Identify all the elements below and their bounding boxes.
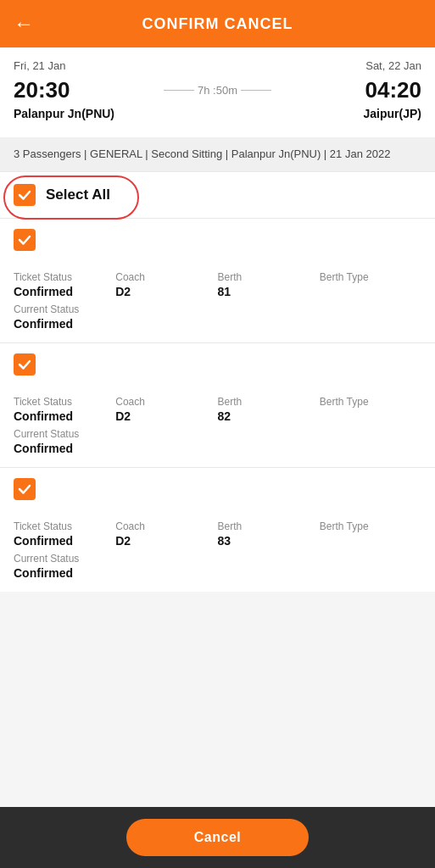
journey-duration: 7h :50m [164, 84, 271, 97]
arrival-time: 04:20 [365, 77, 421, 103]
passenger-1-details: Ticket Status Confirmed Current Status C… [0, 251, 435, 342]
passenger-2-details: Ticket Status Confirmed Current Status C… [0, 376, 435, 467]
passenger-3-details: Ticket Status Confirmed Current Status C… [0, 500, 435, 592]
passenger-1-berth-label: Berth [218, 271, 320, 283]
passenger-3-coach-label: Coach [115, 520, 217, 532]
passenger-3-checkbox-row [0, 468, 435, 500]
duration-text: 7h :50m [198, 84, 237, 97]
passenger-3-current-status-value: Confirmed [14, 566, 115, 580]
passenger-1-ticket-details: Ticket Status Confirmed Current Status C… [14, 271, 421, 331]
passenger-2-ticket-details: Ticket Status Confirmed Current Status C… [14, 396, 421, 455]
journey-info-bar: 3 Passengers | GENERAL | Second Sitting … [0, 137, 435, 171]
arrival-date: Sat, 22 Jan [365, 59, 421, 72]
passenger-1-berth-col: Berth 81 [218, 271, 320, 331]
departure-time: 20:30 [14, 77, 70, 103]
passenger-2-berth-type-col: Berth Type [320, 396, 421, 455]
passenger-2-current-status-label: Current Status [14, 428, 115, 440]
passenger-3-current-status-label: Current Status [14, 553, 115, 565]
passenger-2-coach-col: Coach D2 [115, 396, 217, 455]
passenger-3-berth-label: Berth [218, 520, 320, 532]
passenger-3-berth-type-col: Berth Type [320, 520, 421, 580]
station-to: Jaipur(JP) [364, 107, 421, 120]
passenger-3-berth-value: 83 [218, 534, 320, 548]
passenger-2-current-status-value: Confirmed [14, 442, 115, 455]
journey-section: Fri, 21 Jan Sat, 22 Jan 20:30 7h :50m 04… [0, 47, 435, 137]
journey-times: 20:30 7h :50m 04:20 [14, 77, 421, 103]
passenger-1-berth-value: 81 [218, 285, 320, 298]
passenger-1-ticket-status-value: Confirmed [14, 285, 115, 298]
passenger-1-coach-col: Coach D2 [115, 271, 217, 331]
passenger-2-checkbox-row [0, 343, 435, 376]
passenger-2-coach-label: Coach [115, 396, 217, 408]
select-all-label: Select All [46, 186, 110, 203]
passenger-1-checkbox[interactable] [14, 229, 36, 251]
passenger-2-berth-label: Berth [218, 396, 320, 408]
passenger-2-coach-value: D2 [115, 409, 217, 423]
passenger-3-berth-type-label: Berth Type [320, 520, 421, 532]
app-header: ← CONFIRM CANCEL [0, 0, 435, 47]
passenger-1-berth-type-col: Berth Type [320, 271, 421, 331]
passenger-section-3: Ticket Status Confirmed Current Status C… [0, 468, 435, 592]
passenger-1-current-status-value: Confirmed [14, 317, 115, 331]
passenger-3-checkbox[interactable] [14, 478, 36, 500]
passenger-3-berth-col: Berth 83 [218, 520, 320, 580]
passenger-1-current-status-label: Current Status [14, 303, 115, 315]
passenger-3-coach-col: Coach D2 [115, 520, 217, 580]
journey-stations: Palanpur Jn(PNU) Jaipur(JP) [14, 107, 421, 120]
bottom-bar: Cancel [0, 807, 435, 868]
passenger-3-coach-value: D2 [115, 534, 217, 548]
back-button[interactable]: ← [14, 12, 34, 36]
passenger-2-checkbox[interactable] [14, 353, 36, 376]
station-from: Palanpur Jn(PNU) [14, 107, 114, 120]
passenger-1-status-col: Ticket Status Confirmed Current Status C… [14, 271, 115, 331]
passenger-1-checkbox-row [0, 219, 435, 251]
journey-info-text: 3 Passengers | GENERAL | Second Sitting … [14, 147, 390, 160]
passenger-section-1: Ticket Status Confirmed Current Status C… [0, 219, 435, 342]
passenger-3-status-col: Ticket Status Confirmed Current Status C… [14, 520, 115, 580]
passenger-1-coach-label: Coach [115, 271, 217, 283]
passenger-3-ticket-status-value: Confirmed [14, 534, 115, 548]
passenger-1-berth-type-label: Berth Type [320, 271, 421, 283]
passenger-1-coach-value: D2 [115, 285, 217, 298]
passenger-section-2: Ticket Status Confirmed Current Status C… [0, 343, 435, 467]
cancel-button[interactable]: Cancel [126, 819, 309, 856]
passenger-2-berth-type-label: Berth Type [320, 396, 421, 408]
passenger-2-ticket-status-label: Ticket Status [14, 396, 115, 408]
select-all-checkbox[interactable] [14, 184, 36, 206]
passenger-2-ticket-status-value: Confirmed [14, 409, 115, 423]
select-all-row[interactable]: Select All [0, 172, 435, 218]
passenger-3-ticket-status-label: Ticket Status [14, 520, 115, 532]
departure-date: Fri, 21 Jan [14, 59, 65, 72]
passenger-2-berth-col: Berth 82 [218, 396, 320, 455]
passenger-3-ticket-details: Ticket Status Confirmed Current Status C… [14, 520, 421, 580]
page-title: CONFIRM CANCEL [142, 15, 293, 33]
passenger-2-berth-value: 82 [218, 409, 320, 423]
passenger-1-ticket-status-label: Ticket Status [14, 271, 115, 283]
journey-dates: Fri, 21 Jan Sat, 22 Jan [14, 59, 421, 72]
passenger-2-status-col: Ticket Status Confirmed Current Status C… [14, 396, 115, 455]
